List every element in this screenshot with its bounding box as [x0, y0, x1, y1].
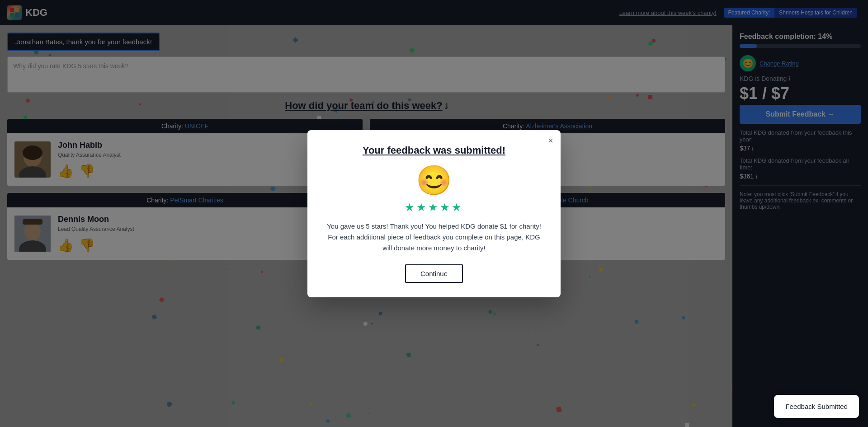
modal-close-button[interactable]: × — [548, 136, 553, 146]
modal-overlay: × Your feedback was submitted! 😊 ★★★★★ Y… — [0, 0, 868, 427]
feedback-toast: Feedback Submitted — [774, 395, 859, 418]
modal-continue-button[interactable]: Continue — [405, 264, 463, 283]
modal-emoji: 😊 — [326, 164, 542, 197]
modal-stars: ★★★★★ — [326, 201, 542, 214]
modal: × Your feedback was submitted! 😊 ★★★★★ Y… — [307, 130, 561, 297]
modal-text: You gave us 5 stars! Thank you! You help… — [326, 221, 542, 253]
modal-title: Your feedback was submitted! — [326, 145, 542, 156]
